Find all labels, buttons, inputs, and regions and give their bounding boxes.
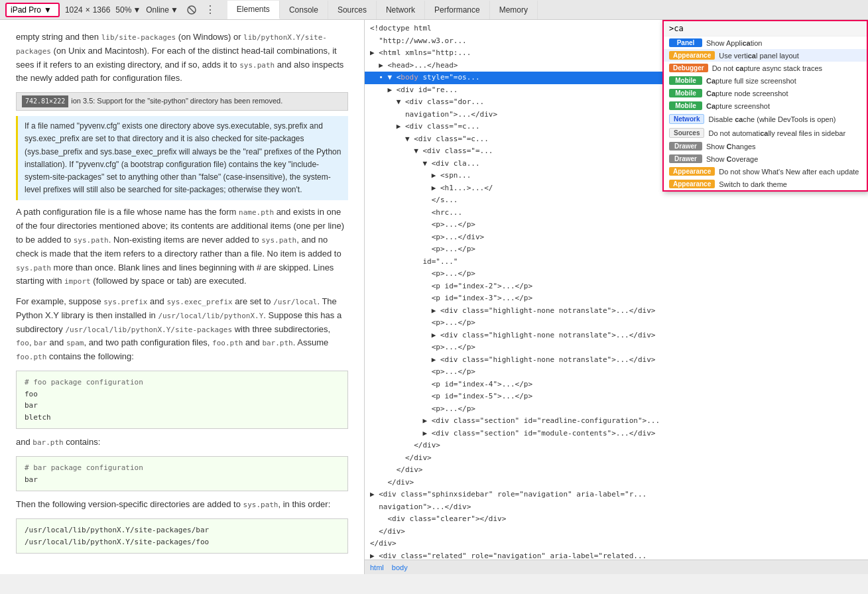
code1-line2: bar — [25, 400, 340, 412]
tree-line[interactable]: </div> — [365, 452, 868, 465]
tree-line[interactable]: </s... — [365, 194, 868, 207]
tree-line[interactable]: <p id="index-5">...</p> — [365, 390, 868, 403]
badge-appearance-3: Appearance — [669, 180, 715, 188]
status-arrow-icon: ▼ — [170, 5, 178, 15]
tab-network[interactable]: Network — [377, 1, 425, 19]
more-options-button[interactable]: ⋮ — [205, 3, 217, 16]
badge-mobile-2: Mobile — [669, 89, 702, 97]
autocomplete-item-mobile-2[interactable]: Mobile Capture node screenshot — [664, 87, 867, 99]
autocomplete-item-appearance-2[interactable]: Appearance Do not show What's New after … — [664, 165, 867, 178]
status-html[interactable]: html — [370, 564, 384, 571]
tab-sources[interactable]: Sources — [328, 1, 377, 19]
status-bar: html body — [365, 560, 868, 574]
item-text-mobile-2: Capture node screenshot — [706, 89, 788, 97]
height-value: 1366 — [93, 5, 111, 15]
badge-mobile-3: Mobile — [669, 101, 702, 110]
tab-sources-label: Sources — [338, 5, 367, 15]
autocomplete-search-input[interactable] — [669, 24, 861, 33]
code-block-3: /usr/local/lib/pythonX.Y/site-packages/b… — [16, 518, 348, 554]
version-badge: 742.81×222 — [22, 95, 68, 107]
status-selector[interactable]: Online ▼ — [146, 5, 178, 15]
tree-line[interactable]: <p id="index-2">...</p> — [365, 280, 868, 293]
item-text-drawer-2: Show Coverage — [706, 155, 758, 163]
tab-memory[interactable]: Memory — [490, 1, 538, 19]
tree-line[interactable]: <p>...</p> — [365, 366, 868, 379]
content-panel: empty string and then lib/site-packages … — [0, 20, 365, 574]
autocomplete-item-appearance-1[interactable]: Appearance Use vertical panel layout — [664, 49, 867, 62]
code2-line1: bar — [25, 474, 340, 486]
code1-comment: # foo package configuration — [25, 377, 340, 388]
tab-performance-label: Performance — [434, 5, 480, 15]
badge-appearance-2: Appearance — [669, 167, 715, 176]
item-text-network: Disable cache (while DevTools is open) — [708, 115, 836, 123]
autocomplete-item-mobile-1[interactable]: Mobile Capture full size screenshot — [664, 74, 867, 87]
tree-line[interactable]: ▶ <div class="highlight-none notranslate… — [365, 329, 868, 342]
code1-line3: bletch — [25, 412, 340, 424]
autocomplete-item-sources[interactable]: Sources Do not automatically reveal file… — [664, 126, 867, 140]
tree-line[interactable]: ▶ <div class="section" id="readline-conf… — [365, 415, 868, 428]
autocomplete-item-mobile-3[interactable]: Mobile Capture screenshot — [664, 99, 867, 112]
badge-debugger: Debugger — [669, 64, 708, 72]
tree-line[interactable]: <p>...</div> — [365, 231, 868, 244]
tree-line[interactable]: ▶ <div class="section" id="module-conten… — [365, 428, 868, 440]
status-body[interactable]: body — [392, 564, 408, 571]
content-para5: Then the following version-specific dire… — [16, 498, 348, 512]
status-value: Online — [146, 5, 169, 15]
main-container: empty string and then lib/site-packages … — [0, 20, 868, 574]
tree-line[interactable]: </div> — [365, 440, 868, 452]
svg-line-1 — [189, 7, 194, 13]
item-text-debugger: Do not capture async stack traces — [712, 64, 822, 72]
content-para4: and bar.pth contains: — [16, 436, 348, 449]
top-toolbar: iPad Pro ▼ 1024 × 1366 50% ▼ Online ▼ ⋮ … — [0, 0, 868, 20]
tree-line[interactable]: <p>...</p> — [365, 403, 868, 416]
tab-performance[interactable]: Performance — [425, 1, 490, 19]
item-text-mobile-3: Capture screenshot — [706, 102, 770, 110]
tree-line[interactable]: <hrc... — [365, 207, 868, 219]
devtools-panel: <!doctype html "http://www.w3.or... ▶ <h… — [365, 20, 868, 574]
item-text-appearance-3: Switch to dark theme — [719, 180, 787, 188]
tree-line[interactable]: <p>...</p> — [365, 219, 868, 231]
code-block-1: # foo package configuration foo bar blet… — [16, 371, 348, 429]
tree-line[interactable]: navigation">...</div> — [365, 501, 868, 514]
resolution-display: 1024 × 1366 — [65, 5, 110, 15]
tree-line[interactable]: <p id="index-3">...</p> — [365, 292, 868, 305]
autocomplete-item-drawer-1[interactable]: Drawer Show Changes — [664, 140, 867, 152]
tab-network-label: Network — [386, 5, 415, 15]
autocomplete-item-drawer-2[interactable]: Drawer Show Coverage — [664, 152, 867, 165]
tree-line[interactable]: ▶ <div class="highlight-none notranslate… — [365, 354, 868, 367]
badge-appearance-1: Appearance — [669, 51, 715, 60]
dropdown-arrow-icon: ▼ — [44, 5, 52, 15]
tab-elements[interactable]: Elements — [227, 1, 280, 19]
autocomplete-item-appearance-3[interactable]: Appearance Switch to dark theme — [664, 178, 867, 190]
tree-line[interactable]: </div> — [365, 526, 868, 538]
autocomplete-dropdown[interactable]: Panel Show Application Appearance Use ve… — [662, 20, 868, 192]
autocomplete-item-network[interactable]: Network Disable cache (while DevTools is… — [664, 112, 867, 126]
autocomplete-item-panel[interactable]: Panel Show Application — [664, 36, 867, 49]
tree-line[interactable]: <div class="clearer"></div> — [365, 513, 868, 526]
item-text-sources: Do not automatically reveal files in sid… — [708, 129, 845, 137]
device-selector[interactable]: iPad Pro ▼ — [5, 3, 60, 17]
tab-console[interactable]: Console — [280, 1, 328, 19]
autocomplete-search-bar — [664, 21, 867, 36]
zoom-selector[interactable]: 50% ▼ — [115, 5, 141, 15]
tree-line[interactable]: <p>...</p> — [365, 317, 868, 329]
tree-line[interactable]: ▶ <div class="related" role="navigation"… — [365, 550, 868, 560]
tree-line[interactable]: ▶ <div class="sphinxsidebar" role="navig… — [365, 489, 868, 501]
tree-line[interactable]: <p>...</p> — [365, 268, 868, 280]
badge-panel: Panel — [669, 38, 702, 47]
no-throttle-icon[interactable] — [184, 2, 200, 18]
tree-line[interactable]: </div> — [365, 464, 868, 477]
tree-line[interactable]: ▶ <div class="highlight-none notranslate… — [365, 305, 868, 318]
device-name: iPad Pro — [11, 5, 41, 15]
tree-line[interactable]: <p>...</p> — [365, 243, 868, 256]
autocomplete-item-debugger[interactable]: Debugger Do not capture async stack trac… — [664, 62, 867, 74]
tree-line[interactable]: id="..." — [365, 256, 868, 268]
badge-network: Network — [669, 114, 704, 124]
tree-line[interactable]: </div> — [365, 538, 868, 550]
tree-line[interactable]: <p>...</p> — [365, 341, 868, 354]
tree-line[interactable]: </div> — [365, 477, 868, 489]
zoom-arrow-icon: ▼ — [133, 5, 141, 15]
content-para3: For example, suppose sys.prefix and sys.… — [16, 295, 348, 364]
version-text: ion 3.5: Support for the "site-python" d… — [71, 95, 282, 107]
tree-line[interactable]: <p id="index-4">...</p> — [365, 379, 868, 391]
